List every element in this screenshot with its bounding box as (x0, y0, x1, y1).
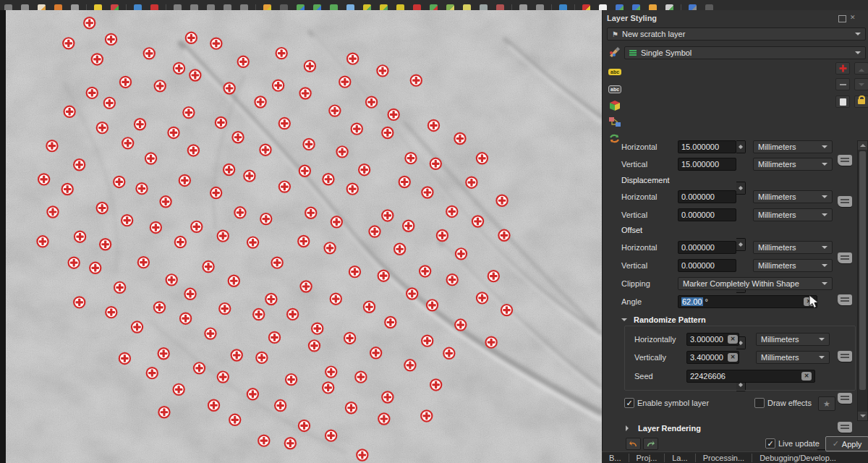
layer-rendering-header[interactable]: Layer Rendering (626, 424, 701, 433)
distance-vertical-field[interactable]: 15.000000 (678, 158, 736, 171)
randomize-vertical-field[interactable]: 3.400000 ✕ (686, 351, 739, 364)
scroll-down-icon[interactable] (860, 415, 866, 420)
down-arrow-icon (859, 83, 864, 89)
angle-label: Angle (621, 297, 642, 306)
view-3d-cube-icon[interactable] (608, 100, 621, 114)
redo-style-button[interactable] (643, 438, 658, 450)
spinner[interactable] (736, 140, 746, 153)
duplicate-symbol-layer-button[interactable] (835, 95, 850, 108)
labels-abc-yellow-icon[interactable]: abc (608, 67, 621, 78)
unit-combo[interactable]: Millimeters (753, 241, 833, 254)
unit-combo[interactable]: Millimeters (753, 259, 833, 272)
history-icon[interactable] (608, 133, 621, 146)
diagram-icon[interactable] (608, 116, 621, 129)
randomize-horizontal-field[interactable]: 3.000000 ✕ (686, 333, 739, 346)
unit-combo[interactable]: Millimeters (753, 208, 833, 221)
chevron-down-icon (819, 356, 825, 362)
live-update-checkbox[interactable]: ✓ (765, 438, 775, 449)
lock-open-icon (858, 99, 865, 104)
renderer-selector[interactable]: Single Symbol (624, 46, 866, 59)
randomize-pattern-header[interactable]: Randomize Pattern (621, 315, 706, 324)
apply-button[interactable]: ✓ Apply (825, 436, 868, 451)
clear-value-icon[interactable]: ✕ (801, 372, 812, 381)
dock-tab-layers[interactable]: La... (665, 454, 694, 462)
layer-selector[interactable]: ⚑ New scratch layer (607, 27, 866, 41)
unit-combo[interactable]: Millimeters (753, 140, 833, 153)
symbology-paintbrush-icon[interactable] (608, 46, 621, 58)
enable-symbol-layer-label: Enable symbol layer (637, 399, 709, 407)
spinner[interactable] (736, 182, 746, 195)
section-displacement: Displacement (621, 176, 670, 184)
spinner[interactable] (736, 238, 746, 251)
clear-value-icon[interactable]: ✕ (728, 335, 738, 344)
data-defined-override-button[interactable] (838, 294, 852, 305)
chevron-down-icon (822, 163, 827, 169)
dock-tab-bar: B... Proj... La... Processin... Debuggin… (602, 451, 868, 463)
up-arrow-icon (859, 66, 864, 72)
dock-tab-browser[interactable]: B... (602, 454, 629, 462)
undo-icon (629, 440, 638, 448)
data-defined-override-button[interactable] (838, 422, 852, 433)
data-defined-override-button[interactable] (838, 252, 852, 263)
add-symbol-layer-button[interactable] (835, 62, 850, 75)
dock-tab-project[interactable]: Proj... (629, 454, 665, 462)
data-defined-override-button[interactable] (838, 393, 852, 404)
displacement-vertical-field[interactable]: 0.000000 (678, 208, 736, 221)
offset-horizontal-field[interactable]: 0.000000 (678, 241, 736, 254)
scroll-up-icon[interactable] (860, 141, 866, 147)
distance-horizontal-field[interactable]: 15.000000 (678, 140, 736, 153)
undock-panel-icon[interactable] (838, 15, 846, 22)
dock-tab-debugging[interactable]: Debugging/Develop... (752, 454, 843, 462)
angle-field[interactable]: 62.00 ° ✕ (678, 295, 817, 308)
clipping-combo[interactable]: Marker Completely Within Shape (678, 277, 833, 290)
expand-icon (626, 425, 631, 431)
unit-combo[interactable]: Millimeters (753, 158, 833, 171)
check-icon: ✓ (833, 439, 839, 449)
dock-tab-processing[interactable]: Processin... (696, 454, 752, 462)
clear-value-icon[interactable]: ✕ (728, 353, 738, 362)
clipping-label: Clipping (621, 279, 650, 288)
chevron-down-icon (822, 246, 827, 252)
move-down-button[interactable] (854, 78, 868, 90)
layer-selector-value: New scratch layer (622, 30, 685, 38)
callouts-abc-icon[interactable]: abc (608, 84, 621, 95)
draw-effects-label: Draw effects (767, 399, 812, 407)
close-panel-icon[interactable]: ✕ (850, 14, 856, 21)
data-defined-override-button[interactable] (838, 196, 852, 207)
draw-effects-checkbox[interactable] (754, 398, 765, 408)
enable-symbol-layer-checkbox[interactable]: ✓ (624, 398, 634, 408)
scratch-layer-icon: ⚑ (612, 30, 618, 38)
chevron-down-icon (822, 282, 827, 288)
data-defined-override-button[interactable] (838, 155, 852, 166)
row-label: Horizontally (634, 335, 676, 344)
unit-combo[interactable]: Millimeters (756, 351, 830, 364)
map-canvas[interactable] (0, 10, 602, 463)
unit-combo[interactable]: Millimeters (756, 333, 830, 346)
offset-vertical-field[interactable]: 0.000000 (678, 259, 736, 272)
move-up-button[interactable] (854, 62, 868, 75)
live-update-label: Live update (778, 439, 820, 448)
undo-style-button[interactable] (626, 438, 641, 450)
displacement-horizontal-field[interactable]: 0.000000 (678, 190, 736, 203)
row-label: Horizontal (621, 243, 658, 252)
lock-colors-button[interactable] (854, 95, 868, 108)
unit-combo[interactable]: Millimeters (753, 190, 833, 203)
row-label: Horizontal (621, 192, 658, 201)
settings-scrollbar[interactable] (857, 140, 868, 421)
panel-title: Layer Styling (607, 14, 657, 22)
scrollbar-thumb[interactable] (859, 151, 866, 390)
section-offset: Offset (621, 226, 642, 234)
seed-field[interactable]: 22426606 ✕ (686, 370, 815, 383)
hillshade-raster (6, 10, 602, 463)
clear-value-icon[interactable]: ✕ (804, 297, 814, 306)
chevron-down-icon (855, 33, 861, 38)
effects-star-button[interactable]: ★ (818, 396, 835, 411)
redo-icon (646, 440, 655, 448)
chevron-down-icon (822, 145, 827, 151)
chevron-down-icon (819, 338, 825, 344)
chevron-down-icon (822, 213, 827, 219)
collapse-icon (621, 318, 627, 324)
chevron-down-icon (855, 51, 861, 57)
remove-symbol-layer-button[interactable] (835, 78, 850, 90)
duplicate-icon (840, 98, 846, 106)
